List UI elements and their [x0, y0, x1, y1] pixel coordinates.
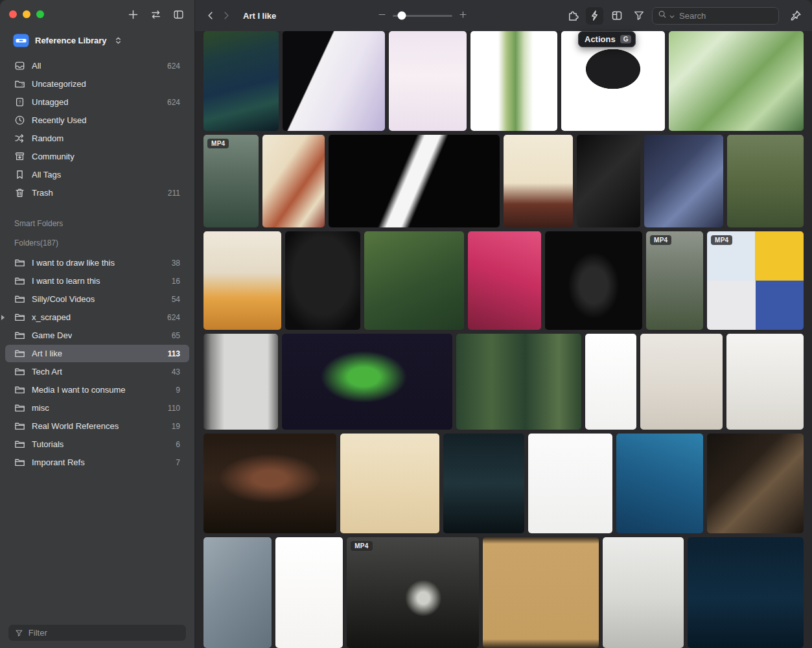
- library-switcher[interactable]: Reference Library: [0, 29, 194, 52]
- image-tile-ornate-black-card[interactable]: [285, 231, 360, 330]
- image-tile-character-sheet-collage[interactable]: [262, 135, 325, 228]
- pin-icon[interactable]: [787, 7, 804, 25]
- image-tile-ink-figure-sketches[interactable]: [585, 334, 636, 430]
- main-area: Art I like: [195, 0, 812, 648]
- image-tile-overgrown-tower-video[interactable]: MP4: [646, 231, 703, 330]
- item-count: 65: [172, 331, 180, 340]
- search-input[interactable]: [679, 11, 773, 21]
- image-tile-pixel-dungeon-map[interactable]: [577, 135, 640, 228]
- sidebar-filter[interactable]: [8, 624, 187, 642]
- sidebar-item-community[interactable]: Community: [5, 148, 189, 165]
- image-tile-anime-quad-video[interactable]: MP4: [707, 231, 804, 330]
- chevron-down-icon[interactable]: [669, 10, 675, 21]
- sidebar-item-imporant-refs[interactable]: Imporant Refs7: [5, 454, 189, 471]
- sidebar-item-i-want-to-draw-like-this[interactable]: I want to draw like this38: [5, 254, 189, 272]
- image-tile-pink-reaching-figure[interactable]: [468, 231, 541, 330]
- image-tile-blue-night-illustration[interactable]: [644, 135, 724, 228]
- sidebar-item-art-i-like[interactable]: Art I like113: [5, 345, 189, 362]
- sidebar-item-recently-used[interactable]: Recently Used: [5, 111, 189, 129]
- image-tile-white-goblet-ink-art[interactable]: [545, 231, 642, 330]
- image-tile-kitchen-scene-illustration[interactable]: [203, 231, 281, 330]
- image-tile-lily-pond-night-painting[interactable]: [203, 31, 279, 131]
- image-tile-celery-stalk-painting[interactable]: [470, 31, 558, 131]
- zoom-slider-track[interactable]: [393, 15, 452, 17]
- sidebar-item-random[interactable]: Random: [5, 130, 189, 147]
- folder-icon: [14, 312, 25, 323]
- sidebar-item-i-want-to-learn-this[interactable]: I want to learn this16: [5, 272, 189, 290]
- image-tile-green-hooded-figure[interactable]: [727, 135, 804, 228]
- image-tile-pinup-on-chair[interactable]: [504, 135, 573, 228]
- sidebar-item-label: All Tags: [32, 170, 61, 179]
- sidebar-item-tech-art[interactable]: Tech Art43: [5, 363, 189, 380]
- image-tile-sitting-girl-illustration[interactable]: [640, 334, 723, 430]
- sidebar-item-label: I want to learn this: [32, 276, 100, 286]
- image-tile-forest-egg-character[interactable]: [364, 231, 464, 330]
- sidebar-item-label: Imporant Refs: [32, 457, 85, 467]
- grid-row: MP4: [203, 537, 804, 648]
- image-tile-village-ink-sketch[interactable]: [726, 334, 804, 430]
- image-tile-pumpkin-head-dancers[interactable]: [203, 434, 336, 533]
- image-tile-city-aerial-video[interactable]: MP4: [203, 135, 259, 228]
- image-tile-space-dinner-comic[interactable]: [283, 31, 385, 131]
- sidebar-item-label: Trash: [32, 188, 53, 198]
- sidebar-item-silly-cool-videos[interactable]: Silly/Cool Videos54: [5, 290, 189, 308]
- zoom-button[interactable]: [36, 10, 44, 18]
- sidebar-item-tutorials[interactable]: Tutorials6: [5, 435, 189, 453]
- image-tile-underwater-creature-art[interactable]: [616, 434, 703, 533]
- sidebar-item-label: Tech Art: [32, 367, 62, 376]
- search-box[interactable]: [652, 7, 779, 25]
- tooltip-shortcut-badge: G: [620, 35, 632, 43]
- image-tile-person-in-tree-watercolor[interactable]: [669, 31, 804, 131]
- sidebar-item-uncategorized[interactable]: ?Uncategorized: [5, 75, 189, 93]
- zoom-slider-thumb[interactable]: [398, 12, 406, 20]
- image-tile-pixel-underwater-game[interactable]: [688, 537, 804, 648]
- tray-icon: [14, 60, 25, 71]
- sidebar-item-game-dev[interactable]: Game Dev65: [5, 327, 189, 344]
- swap-arrows-icon[interactable]: [148, 7, 163, 21]
- new-item-button[interactable]: [126, 7, 140, 21]
- disclosure-triangle-icon[interactable]: [0, 314, 6, 321]
- sidebar-item-trash[interactable]: Trash211: [5, 184, 189, 202]
- sidebar-item-untagged[interactable]: ?Untagged624: [5, 93, 189, 111]
- zoom-in-icon[interactable]: [459, 10, 467, 21]
- sidebar-item-media-i-want-to-consume[interactable]: Media I want to consume9: [5, 381, 189, 399]
- image-tile-pixel-platformer-green[interactable]: [282, 334, 452, 430]
- toggle-sidebar-icon[interactable]: [171, 7, 185, 21]
- svg-text:?: ?: [19, 100, 21, 104]
- filter-funnel-icon[interactable]: [630, 7, 647, 25]
- folder-icon: [14, 366, 25, 377]
- image-tile-dancing-figure-studies[interactable]: [389, 31, 466, 131]
- layout-columns-icon[interactable]: [608, 7, 625, 25]
- zoom-out-icon[interactable]: [378, 10, 386, 21]
- back-button[interactable]: [203, 8, 218, 23]
- folder-icon: [14, 457, 25, 468]
- thumbnail-zoom-slider: [378, 10, 467, 21]
- image-tile-pixel-stage-spotlight[interactable]: [329, 135, 500, 228]
- image-tile-halftone-card-photo[interactable]: [203, 334, 278, 430]
- image-tile-ruined-church-video[interactable]: MP4: [347, 537, 479, 648]
- minimize-button[interactable]: [23, 10, 30, 18]
- image-tile-bunny-ears-anime-girl[interactable]: [275, 537, 343, 648]
- image-tile-balcony-photo[interactable]: [603, 537, 684, 648]
- forward-button[interactable]: [218, 8, 234, 23]
- image-tile-fish-swarm-with-girl[interactable]: [203, 537, 272, 648]
- sidebar-item-x-scraped[interactable]: x_scraped624: [5, 308, 189, 326]
- image-tile-crouching-dark-figure[interactable]: [443, 434, 524, 533]
- image-tile-seated-nude-sketch[interactable]: [340, 434, 439, 533]
- close-button[interactable]: [9, 10, 17, 18]
- sidebar-item-misc[interactable]: misc110: [5, 399, 189, 417]
- image-tile-cardboard-box-dark-scene[interactable]: [707, 434, 804, 533]
- plugin-icon[interactable]: [564, 7, 581, 25]
- filter-funnel-icon: [15, 629, 23, 638]
- sidebar-item-all[interactable]: All624: [5, 57, 189, 75]
- image-tile-dark-forest-vertical-strokes[interactable]: [456, 334, 581, 430]
- item-count: 211: [168, 189, 180, 198]
- filter-input[interactable]: [29, 628, 180, 638]
- image-tile-group-portrait-comic[interactable]: [528, 434, 612, 533]
- sidebar-item-all-tags[interactable]: All Tags: [5, 166, 189, 183]
- actions-button[interactable]: [586, 7, 603, 25]
- image-tile-sepia-figure-drawing[interactable]: [483, 537, 598, 648]
- sidebar: Reference Library All624?Uncategorized?U…: [0, 0, 195, 648]
- sidebar-item-label: Media I want to consume: [32, 385, 126, 395]
- sidebar-item-real-world-references[interactable]: Real World References19: [5, 417, 189, 435]
